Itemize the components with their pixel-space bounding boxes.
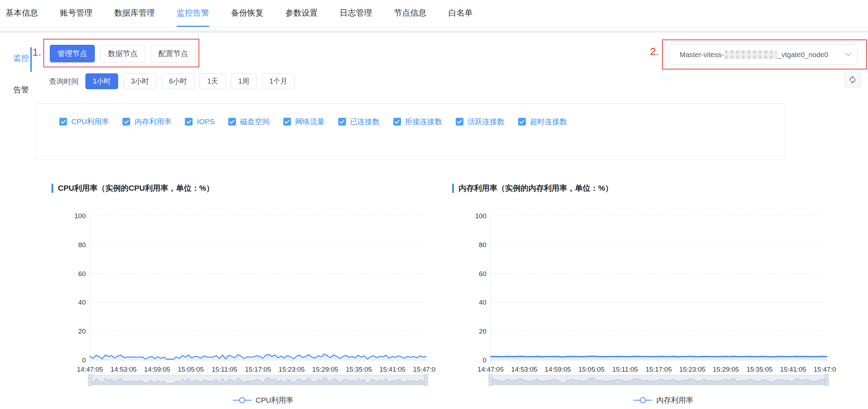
- checkbox-checked: [518, 118, 526, 126]
- node-select-prefix: Master-vitess-: [680, 51, 724, 59]
- cpu-chart-card: CPU利用率（实例的CPU利用率，单位：%） 02040608010014:47…: [51, 182, 436, 408]
- check-icon: [229, 120, 235, 124]
- svg-text:15:41:05: 15:41:05: [380, 366, 406, 373]
- time-option-1h[interactable]: 1小时: [85, 73, 118, 89]
- sidebar-active-indicator: [30, 47, 32, 72]
- tab-backup-restore[interactable]: 备份恢复: [231, 0, 263, 27]
- redacted-text-block: [725, 50, 777, 59]
- header-divider: [0, 30, 868, 33]
- svg-text:20: 20: [479, 328, 486, 335]
- metric-cpu[interactable]: CPU利用率: [59, 117, 109, 127]
- svg-text:0: 0: [82, 356, 86, 364]
- svg-text:100: 100: [475, 212, 486, 220]
- node-type-data-button[interactable]: 数据节点: [100, 45, 145, 62]
- tab-account-management[interactable]: 账号管理: [60, 0, 92, 27]
- svg-text:0: 0: [482, 356, 486, 364]
- node-type-group: 管理节点 数据节点 配置节点: [50, 45, 196, 62]
- svg-text:15:29:05: 15:29:05: [713, 366, 739, 373]
- tab-parameter-settings[interactable]: 参数设置: [285, 0, 318, 27]
- checkbox-checked: [228, 118, 236, 126]
- metric-timeout-conn[interactable]: 超时连接数: [518, 117, 567, 127]
- cpu-chart-plot: 02040608010014:47:0514:53:0514:59:0515:0…: [51, 197, 436, 408]
- svg-text:15:17:05: 15:17:05: [245, 366, 271, 373]
- time-filter-row: 查询时间 1小时 3小时 6小时 1天 1周 1个月: [49, 73, 295, 89]
- cpu-chart-title: CPU利用率（实例的CPU利用率，单位：%）: [51, 182, 436, 194]
- checkbox-checked: [185, 118, 193, 126]
- sidebar-item-monitor[interactable]: 监控: [13, 53, 29, 63]
- checkbox-checked: [283, 118, 291, 126]
- memory-chart-title: 内存利用率（实例的内存利用率，单位：%）: [452, 182, 837, 194]
- datazoom-handle[interactable]: [424, 374, 428, 386]
- tab-node-info[interactable]: 节点信息: [394, 0, 426, 27]
- monitoring-alert-page: 基本信息 账号管理 数据库管理 监控告警 备份恢复 参数设置 日志管理 节点信息…: [0, 0, 868, 409]
- svg-text:15:23:05: 15:23:05: [279, 366, 305, 373]
- svg-text:15:17:05: 15:17:05: [646, 366, 672, 373]
- metric-iops[interactable]: IOPS: [185, 117, 214, 127]
- svg-text:15:29:05: 15:29:05: [312, 366, 338, 373]
- svg-text:20: 20: [78, 328, 86, 335]
- svg-text:60: 60: [78, 270, 86, 277]
- tab-log-management[interactable]: 日志管理: [340, 0, 372, 27]
- svg-text:15:35:05: 15:35:05: [346, 366, 372, 373]
- tab-database-management[interactable]: 数据库管理: [114, 0, 155, 27]
- metric-checkbox-row: CPU利用率 内存利用率 IOPS 磁盘空间 网络流量 已连接数 拒接连接数 活…: [37, 104, 784, 127]
- chart-legend[interactable]: 内存利用率: [633, 396, 693, 404]
- svg-text:15:11:05: 15:11:05: [612, 366, 638, 373]
- node-type-management-button[interactable]: 管理节点: [50, 45, 95, 62]
- check-icon: [186, 120, 192, 124]
- svg-text:15:41:05: 15:41:05: [780, 366, 806, 373]
- svg-text:40: 40: [479, 299, 486, 306]
- svg-text:15:05:05: 15:05:05: [178, 366, 204, 373]
- sidebar-item-alarm[interactable]: 告警: [13, 85, 29, 95]
- check-icon: [124, 120, 129, 124]
- svg-text:14:53:05: 14:53:05: [110, 366, 136, 373]
- title-accent-bar: [51, 184, 53, 193]
- checkbox-checked: [456, 118, 463, 126]
- svg-text:14:47:05: 14:47:05: [478, 366, 504, 373]
- time-option-6h[interactable]: 6小时: [162, 73, 194, 89]
- check-icon: [339, 120, 345, 124]
- checkbox-checked: [122, 118, 130, 126]
- refresh-button[interactable]: [844, 72, 861, 88]
- tab-whitelist[interactable]: 白名单: [448, 0, 473, 27]
- chart-legend[interactable]: CPU利用率: [233, 396, 293, 404]
- checkbox-checked: [338, 118, 346, 126]
- metric-memory[interactable]: 内存利用率: [122, 117, 171, 127]
- datazoom-handle[interactable]: [825, 374, 828, 386]
- check-icon: [457, 120, 462, 124]
- tab-basic-info[interactable]: 基本信息: [6, 0, 38, 27]
- metric-connected[interactable]: 已连接数: [338, 117, 380, 127]
- node-select-suffix: _vtgate0_node0: [778, 51, 828, 59]
- tab-monitoring-alert[interactable]: 监控告警: [177, 0, 209, 27]
- node-type-config-button[interactable]: 配置节点: [151, 45, 196, 62]
- metric-rejected[interactable]: 拒接连接数: [393, 117, 442, 127]
- annotation-number-2: 2.: [650, 45, 659, 57]
- metric-filter-panel: CPU利用率 内存利用率 IOPS 磁盘空间 网络流量 已连接数 拒接连接数 活…: [36, 103, 785, 159]
- svg-text:100: 100: [74, 212, 86, 220]
- metric-active-conn[interactable]: 活跃连接数: [456, 117, 505, 127]
- time-option-1w[interactable]: 1周: [231, 73, 257, 89]
- metric-network[interactable]: 网络流量: [283, 117, 325, 127]
- time-option-1mo[interactable]: 1个月: [262, 73, 295, 89]
- metric-disk[interactable]: 磁盘空间: [228, 117, 270, 127]
- checkbox-checked: [393, 118, 401, 126]
- time-option-3h[interactable]: 3小时: [123, 73, 156, 89]
- time-filter-label: 查询时间: [49, 77, 79, 86]
- svg-text:15:47:05: 15:47:05: [814, 366, 837, 373]
- svg-text:60: 60: [479, 270, 486, 277]
- check-icon: [284, 120, 290, 124]
- svg-text:15:47:05: 15:47:05: [413, 366, 436, 373]
- datazoom-handle[interactable]: [489, 374, 492, 386]
- time-option-1d[interactable]: 1天: [200, 73, 225, 89]
- node-select[interactable]: Master-vitess-_vtgate0_node0: [669, 44, 858, 65]
- top-tab-bar: 基本信息 账号管理 数据库管理 监控告警 备份恢复 参数设置 日志管理 节点信息…: [0, 0, 868, 27]
- datazoom-handle[interactable]: [88, 374, 92, 386]
- svg-text:15:23:05: 15:23:05: [679, 366, 705, 373]
- check-icon: [394, 120, 400, 124]
- svg-text:14:59:05: 14:59:05: [545, 366, 571, 373]
- refresh-icon: [848, 75, 857, 84]
- svg-text:14:59:05: 14:59:05: [144, 366, 170, 373]
- check-icon: [61, 120, 66, 124]
- svg-text:14:53:05: 14:53:05: [511, 366, 537, 373]
- title-accent-bar: [452, 184, 454, 193]
